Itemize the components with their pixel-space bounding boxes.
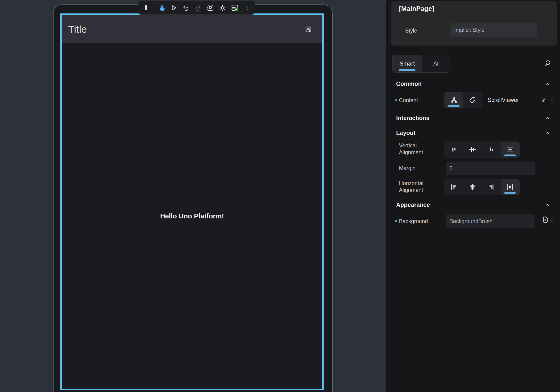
resource-document-icon[interactable] — [541, 216, 549, 223]
halign-right-button[interactable] — [482, 179, 501, 195]
inspect-element-icon[interactable] — [206, 3, 215, 12]
collapse-interactions-chevron-up-icon[interactable] — [544, 115, 550, 121]
content-value[interactable]: ScrollViewer — [488, 97, 519, 103]
align-right-icon — [488, 183, 495, 191]
content-mode-value-button[interactable] — [463, 92, 482, 108]
app-title: Title — [68, 24, 87, 35]
toolbar-divider — [153, 3, 154, 12]
section-layout: Layout — [396, 130, 415, 136]
hot-design-toolbar — [138, 1, 255, 15]
stretch-horizontal-icon — [506, 183, 514, 191]
align-top-icon — [450, 146, 458, 153]
background-label: Background — [399, 218, 428, 225]
page-text: Hello Uno Platform! — [160, 212, 224, 220]
search-icon[interactable] — [544, 60, 551, 67]
stretch-vertical-icon — [506, 146, 514, 153]
collapse-layout-chevron-up-icon[interactable] — [544, 130, 550, 136]
horizontal-alignment-label: Horizontal Alignment — [399, 180, 434, 194]
horizontal-alignment-toggle — [444, 179, 520, 195]
style-input[interactable]: Implicit Style — [450, 23, 537, 37]
device-frame: Title Hello Uno Platform! — [53, 4, 333, 392]
valign-top-button[interactable] — [444, 142, 463, 157]
property-tabs: Smart All — [392, 55, 451, 73]
selected-element-card: [MainPage] Style Implicit Style — [391, 1, 557, 46]
align-horizontal-center-icon — [469, 183, 476, 191]
hot-design-flame-icon[interactable] — [157, 3, 166, 12]
element-tree-icon — [450, 96, 458, 104]
halign-center-button[interactable] — [463, 179, 482, 195]
valign-center-button[interactable] — [463, 142, 482, 157]
align-vertical-center-icon — [469, 146, 476, 153]
align-bottom-icon — [488, 146, 495, 153]
style-label: Style — [405, 27, 417, 34]
play-icon[interactable] — [169, 3, 178, 12]
save-icon[interactable] — [305, 26, 312, 33]
redo-icon[interactable] — [193, 3, 203, 12]
runtime-status-ok-icon[interactable] — [230, 3, 240, 12]
properties-panel: [MainPage] Style Implicit Style Smart Al… — [386, 0, 560, 392]
vertical-alignment-label: Vertical Alignment — [399, 142, 434, 156]
tab-smart[interactable]: Smart — [393, 55, 422, 72]
design-canvas[interactable]: Title Hello Uno Platform! — [0, 0, 386, 392]
content-modified-dot — [395, 99, 397, 101]
active-valign-underline — [504, 154, 516, 156]
xaml-expression-icon[interactable]: x — [541, 96, 545, 103]
vertical-alignment-toggle — [444, 141, 520, 158]
more-options-icon[interactable] — [242, 3, 252, 12]
theme-toggle-sun-icon[interactable] — [218, 3, 227, 12]
margin-input[interactable]: 0 — [446, 161, 535, 175]
selected-element-title: [MainPage] — [399, 5, 434, 12]
drag-handle-icon[interactable] — [141, 3, 151, 12]
section-common: Common — [396, 80, 422, 87]
section-interactions: Interactions — [396, 115, 430, 121]
background-more-options-icon[interactable] — [549, 217, 555, 224]
align-left-icon — [450, 183, 458, 191]
content-more-options-icon[interactable] — [549, 96, 555, 103]
tag-icon — [469, 96, 476, 103]
content-mode-toggle — [444, 92, 482, 108]
collapse-common-chevron-up-icon[interactable] — [544, 81, 550, 87]
tab-all[interactable]: All — [422, 55, 451, 72]
background-input[interactable]: BackgroundBrush — [446, 214, 535, 228]
undo-icon[interactable] — [181, 3, 190, 12]
background-modified-dot — [395, 220, 397, 222]
app-titlebar: Title — [62, 15, 322, 43]
content-label: Content — [399, 97, 418, 104]
selected-page-surface[interactable]: Title Hello Uno Platform! — [60, 13, 324, 390]
valign-bottom-button[interactable] — [482, 142, 501, 157]
active-halign-underline — [504, 192, 516, 194]
collapse-appearance-chevron-up-icon[interactable] — [544, 202, 550, 208]
section-appearance: Appearance — [396, 201, 430, 208]
halign-left-button[interactable] — [444, 179, 463, 195]
page-content: Hello Uno Platform! — [62, 43, 322, 389]
content-mode-element-button[interactable] — [444, 92, 463, 108]
halign-stretch-button[interactable] — [501, 179, 520, 195]
panel-seam — [390, 0, 390, 392]
active-tab-underline — [399, 69, 415, 71]
valign-stretch-button[interactable] — [501, 142, 520, 157]
margin-label: Margin — [399, 165, 415, 172]
active-toggle-underline — [448, 105, 460, 107]
